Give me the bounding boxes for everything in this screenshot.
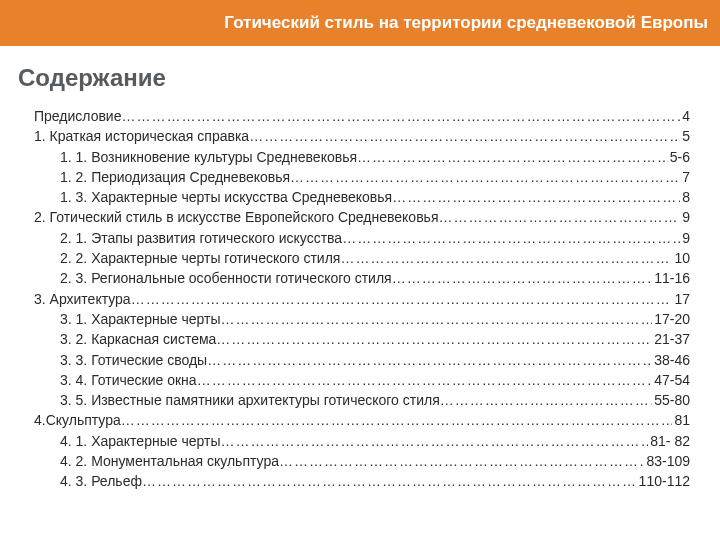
toc-page: 55-80: [652, 390, 690, 410]
slide-header: Готический стиль на территории средневек…: [0, 0, 720, 46]
toc-leader-dots: ……………………………………………………………………………………………………………: [142, 471, 637, 491]
toc-leader-dots: ……………………………………………………………………………………………………………: [220, 431, 648, 451]
toc-row: 1. 2. Периодизация Средневековья………………………: [34, 167, 690, 187]
toc-page: 110-112: [637, 471, 690, 491]
toc-label: 1. 1. Возникновение культуры Средневеков…: [60, 147, 357, 167]
toc-row: 2. Готический стиль в искусстве Европейс…: [34, 207, 690, 227]
toc-leader-dots: ……………………………………………………………………………………………………………: [131, 289, 673, 309]
toc-leader-dots: ……………………………………………………………………………………………………………: [279, 451, 644, 471]
toc-page: 7: [680, 167, 690, 187]
table-of-contents: Предисловие………………………………………………………………………………: [34, 106, 690, 492]
toc-label: 2. 1. Этапы развития готического искусст…: [60, 228, 342, 248]
toc-leader-dots: ……………………………………………………………………………………………………………: [121, 410, 673, 430]
toc-label: 4. 2. Монументальная скульптура: [60, 451, 279, 471]
toc-row: 2. 3. Региональные особенности готическо…: [34, 268, 690, 288]
toc-page: 10: [672, 248, 690, 268]
toc-row: 1. 1. Возникновение культуры Средневеков…: [34, 147, 690, 167]
toc-leader-dots: ……………………………………………………………………………………………………………: [340, 248, 672, 268]
toc-label: 3. 3. Готические своды: [60, 350, 207, 370]
toc-leader-dots: ……………………………………………………………………………………………………………: [197, 370, 653, 390]
toc-leader-dots: ……………………………………………………………………………………………………………: [207, 350, 652, 370]
toc-label: 1. 3. Характерные черты искусства Средне…: [60, 187, 392, 207]
toc-leader-dots: ……………………………………………………………………………………………………………: [392, 268, 653, 288]
toc-leader-dots: ……………………………………………………………………………………………………………: [392, 187, 680, 207]
toc-leader-dots: ……………………………………………………………………………………………………………: [249, 126, 680, 146]
toc-label: 3. 5. Известные памятники архитектуры го…: [60, 390, 440, 410]
toc-page: 17-20: [652, 309, 690, 329]
toc-label: 1. Краткая историческая справка: [34, 126, 249, 146]
toc-row: 1. Краткая историческая справка…………………………: [34, 126, 690, 146]
toc-page: 47-54: [652, 370, 690, 390]
toc-page: 81: [672, 410, 690, 430]
toc-page: 17: [672, 289, 690, 309]
toc-row: 3. 5. Известные памятники архитектуры го…: [34, 390, 690, 410]
toc-row: 3. 3. Готические своды…………………………………………………: [34, 350, 690, 370]
toc-label: 3. Архитектура: [34, 289, 131, 309]
toc-label: 3. 1. Характерные черты: [60, 309, 220, 329]
toc-label: 2. 2. Характерные черты готического стил…: [60, 248, 340, 268]
toc-page: 81- 82: [648, 431, 690, 451]
toc-row: 1. 3. Характерные черты искусства Средне…: [34, 187, 690, 207]
toc-page: 83-109: [644, 451, 690, 471]
toc-page: 5: [680, 126, 690, 146]
toc-row: 2. 2. Характерные черты готического стил…: [34, 248, 690, 268]
toc-page: 4: [680, 106, 690, 126]
toc-row: 3. 1. Характерные черты………………………………………………: [34, 309, 690, 329]
toc-label: 1. 2. Периодизация Средневековья: [60, 167, 290, 187]
toc-page: 9: [680, 228, 690, 248]
toc-page: 21-37: [652, 329, 690, 349]
toc-row: 2. 1. Этапы развития готического искусст…: [34, 228, 690, 248]
toc-row: 3. 4. Готические окна……………………………………………………: [34, 370, 690, 390]
toc-label: 4.Скульптура: [34, 410, 121, 430]
toc-row: 4. 3. Рельеф……………………………………………………………………………: [34, 471, 690, 491]
toc-label: 2. 3. Региональные особенности готическо…: [60, 268, 392, 288]
toc-label: 3. 2. Каркасная система: [60, 329, 216, 349]
toc-row: Предисловие………………………………………………………………………………: [34, 106, 690, 126]
content-heading: Содержание: [18, 64, 720, 92]
toc-row: 3. 2. Каркасная система………………………………………………: [34, 329, 690, 349]
toc-row: 3. Архитектура………………………………………………………………………: [34, 289, 690, 309]
toc-row: 4. 2. Монументальная скульптура…………………………: [34, 451, 690, 471]
toc-leader-dots: ……………………………………………………………………………………………………………: [342, 228, 680, 248]
toc-leader-dots: ……………………………………………………………………………………………………………: [121, 106, 680, 126]
toc-leader-dots: ……………………………………………………………………………………………………………: [440, 390, 652, 410]
toc-page: 8: [680, 187, 690, 207]
toc-label: 4. 3. Рельеф: [60, 471, 142, 491]
slide-title: Готический стиль на территории средневек…: [224, 13, 708, 33]
toc-leader-dots: ……………………………………………………………………………………………………………: [290, 167, 680, 187]
toc-page: 38-46: [652, 350, 690, 370]
toc-row: 4. 1. Характерные черты………………………………………………: [34, 431, 690, 451]
toc-label: 4. 1. Характерные черты: [60, 431, 220, 451]
toc-page: 9: [680, 207, 690, 227]
toc-leader-dots: ……………………………………………………………………………………………………………: [220, 309, 652, 329]
toc-page: 5-6: [668, 147, 690, 167]
toc-label: Предисловие: [34, 106, 121, 126]
toc-leader-dots: ……………………………………………………………………………………………………………: [438, 207, 680, 227]
toc-leader-dots: ……………………………………………………………………………………………………………: [357, 147, 668, 167]
toc-row: 4.Скульптура……………………………………………………………………………: [34, 410, 690, 430]
toc-page: 11-16: [652, 268, 690, 288]
toc-label: 3. 4. Готические окна: [60, 370, 197, 390]
toc-label: 2. Готический стиль в искусстве Европейс…: [34, 207, 438, 227]
toc-leader-dots: ……………………………………………………………………………………………………………: [216, 329, 652, 349]
